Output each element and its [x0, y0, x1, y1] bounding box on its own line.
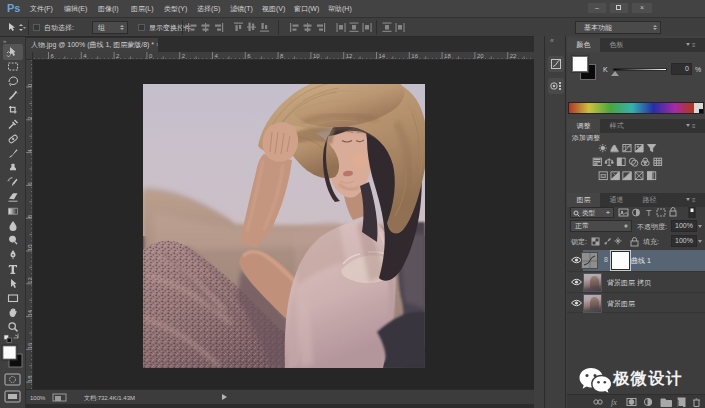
- svg-text:22: 22: [510, 53, 517, 59]
- svg-text:2: 2: [182, 53, 186, 59]
- svg-text:10: 10: [27, 244, 33, 251]
- svg-text:0: 0: [27, 83, 33, 87]
- svg-text:10: 10: [313, 53, 320, 59]
- svg-text:4: 4: [83, 53, 87, 59]
- svg-text:2: 2: [116, 53, 120, 59]
- svg-text:16: 16: [411, 53, 418, 59]
- svg-text:14: 14: [379, 53, 386, 59]
- svg-text:4: 4: [215, 53, 219, 59]
- svg-text:8: 8: [280, 53, 284, 59]
- svg-text:»: »: [3, 38, 7, 44]
- svg-text:6: 6: [27, 181, 33, 185]
- svg-text:6: 6: [247, 53, 251, 59]
- svg-text:20: 20: [477, 53, 484, 59]
- svg-text:0: 0: [149, 53, 153, 59]
- svg-text:12: 12: [346, 53, 353, 59]
- svg-text:14: 14: [27, 309, 33, 316]
- svg-text:fx: fx: [611, 398, 617, 407]
- svg-text:6: 6: [51, 53, 55, 59]
- svg-text:18: 18: [27, 375, 33, 382]
- svg-text:2: 2: [27, 116, 33, 120]
- svg-text:12: 12: [27, 276, 33, 283]
- svg-text:T: T: [646, 208, 652, 218]
- svg-text:18: 18: [444, 53, 451, 59]
- svg-text:8: 8: [27, 214, 33, 218]
- svg-text:4: 4: [27, 149, 33, 153]
- svg-text:16: 16: [27, 342, 33, 349]
